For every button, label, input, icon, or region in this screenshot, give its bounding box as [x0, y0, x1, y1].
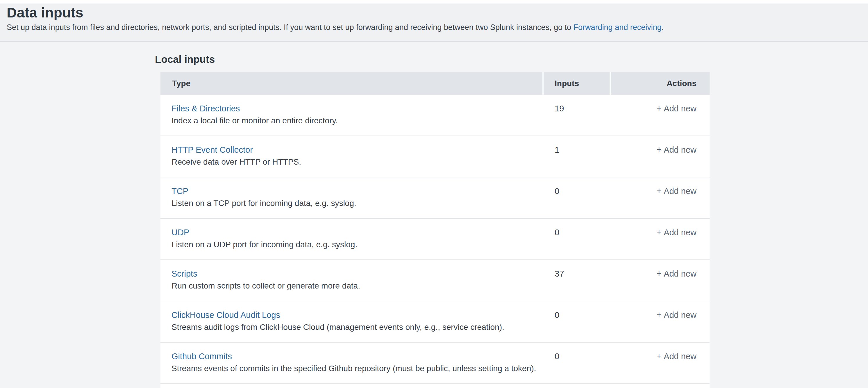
add-new-label: Add new: [664, 104, 696, 113]
github-commits-link[interactable]: Github Commits: [172, 351, 232, 361]
files-directories-link[interactable]: Files & Directories: [172, 103, 240, 113]
actions-cell: +Add new: [611, 95, 710, 136]
subtitle-text-before: Set up data inputs from files and direct…: [7, 23, 574, 32]
plus-icon: +: [656, 268, 661, 279]
type-description: Streams events of commits in the specifi…: [172, 364, 544, 373]
inputs-count: 0: [544, 301, 611, 342]
table-row-scripts: Scripts Run custom scripts to collect or…: [160, 260, 710, 301]
add-new-label: Add new: [664, 186, 696, 196]
table-body: Files & Directories Index a local file o…: [160, 95, 710, 388]
next-row-partial: [160, 384, 710, 388]
table-header-row: Type Inputs Actions: [160, 72, 710, 95]
type-cell: TCP Listen on a TCP port for incoming da…: [160, 177, 544, 218]
type-description: Listen on a UDP port for incoming data, …: [172, 240, 544, 249]
actions-cell: +Add new: [611, 219, 710, 260]
local-inputs-table: Type Inputs Actions Files & Directories …: [160, 72, 710, 388]
actions-cell: +Add new: [611, 301, 710, 342]
column-header-inputs: Inputs: [544, 72, 610, 95]
plus-icon: +: [656, 145, 661, 155]
plus-icon: +: [656, 103, 661, 113]
page-subtitle: Set up data inputs from files and direct…: [7, 22, 856, 32]
column-header-type: Type: [160, 72, 542, 95]
type-description: Streams audit logs from ClickHouse Cloud…: [172, 322, 544, 332]
table-row-udp: UDP Listen on a UDP port for incoming da…: [160, 219, 710, 260]
inputs-count: 0: [544, 219, 611, 260]
clickhouse-cloud-audit-logs-link[interactable]: ClickHouse Cloud Audit Logs: [172, 310, 280, 320]
page-title: Data inputs: [7, 4, 856, 22]
main-content: Local inputs Type Inputs Actions Files &…: [0, 41, 868, 388]
forwarding-and-receiving-link[interactable]: Forwarding and receiving: [574, 23, 661, 32]
tcp-link[interactable]: TCP: [172, 186, 188, 196]
add-new-button[interactable]: +Add new: [656, 352, 696, 361]
table-row-http-event-collector: HTTP Event Collector Receive data over H…: [160, 136, 710, 177]
udp-link[interactable]: UDP: [172, 228, 189, 237]
type-cell: UDP Listen on a UDP port for incoming da…: [160, 219, 544, 260]
table-row-files-directories: Files & Directories Index a local file o…: [160, 95, 710, 136]
type-description: Receive data over HTTP or HTTPS.: [172, 157, 544, 167]
inputs-count: 37: [544, 260, 611, 301]
add-new-button[interactable]: +Add new: [656, 228, 696, 237]
type-cell: Github Commits Streams events of commits…: [160, 342, 544, 383]
actions-cell: +Add new: [611, 136, 710, 177]
column-header-actions: Actions: [611, 72, 710, 95]
inputs-count: 0: [544, 177, 611, 218]
scripts-link[interactable]: Scripts: [172, 269, 197, 279]
type-description: Run custom scripts to collect or generat…: [172, 281, 544, 291]
add-new-button[interactable]: +Add new: [656, 104, 696, 113]
actions-cell: +Add new: [611, 342, 710, 383]
plus-icon: +: [656, 227, 661, 237]
inputs-count: 1: [544, 136, 611, 177]
type-cell: ClickHouse Cloud Audit Logs Streams audi…: [160, 301, 544, 342]
plus-icon: +: [656, 186, 661, 196]
add-new-button[interactable]: +Add new: [656, 269, 696, 278]
add-new-button[interactable]: +Add new: [656, 145, 696, 154]
type-cell: Scripts Run custom scripts to collect or…: [160, 260, 544, 301]
table-row-tcp: TCP Listen on a TCP port for incoming da…: [160, 177, 710, 219]
subtitle-text-after: .: [661, 23, 664, 32]
http-event-collector-link[interactable]: HTTP Event Collector: [172, 145, 253, 155]
plus-icon: +: [656, 351, 661, 361]
add-new-label: Add new: [664, 145, 696, 154]
add-new-label: Add new: [664, 352, 696, 361]
actions-cell: +Add new: [611, 177, 710, 218]
type-cell: HTTP Event Collector Receive data over H…: [160, 136, 544, 177]
add-new-button[interactable]: +Add new: [656, 186, 696, 196]
table-row-github-commits: Github Commits Streams events of commits…: [160, 342, 710, 384]
local-inputs-heading: Local inputs: [155, 41, 868, 65]
inputs-count: 0: [544, 342, 611, 383]
table-row-clickhouse-cloud-audit-logs: ClickHouse Cloud Audit Logs Streams audi…: [160, 301, 710, 342]
add-new-label: Add new: [664, 228, 696, 237]
inputs-count: 19: [544, 95, 611, 136]
add-new-button[interactable]: +Add new: [656, 310, 696, 320]
type-description: Index a local file or monitor an entire …: [172, 116, 544, 125]
page-header: Data inputs Set up data inputs from file…: [0, 3, 868, 41]
actions-cell: +Add new: [611, 260, 710, 301]
add-new-label: Add new: [664, 310, 696, 320]
plus-icon: +: [656, 310, 661, 320]
type-description: Listen on a TCP port for incoming data, …: [172, 198, 544, 208]
type-cell: Files & Directories Index a local file o…: [160, 95, 544, 136]
top-white-strip: [0, 0, 868, 3]
add-new-label: Add new: [664, 269, 696, 278]
